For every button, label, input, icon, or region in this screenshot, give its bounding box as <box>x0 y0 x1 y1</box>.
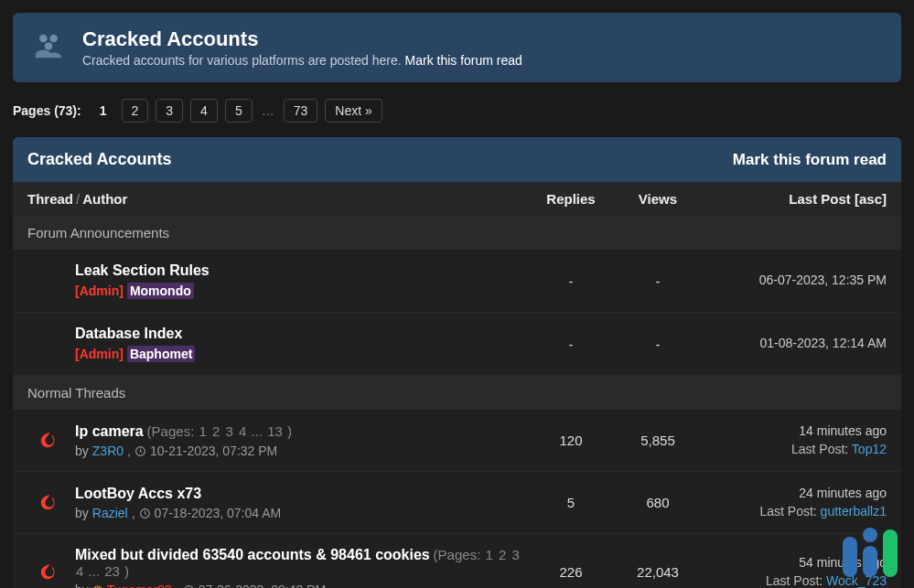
thread-page-link[interactable]: 1 <box>199 423 206 439</box>
thread-page-link[interactable]: 1 <box>485 547 492 562</box>
section-normal-threads: Normal Threads <box>13 376 901 410</box>
hot-thread-icon <box>27 493 71 513</box>
section-announcements: Forum Announcements <box>13 216 901 250</box>
clock-icon <box>183 583 195 588</box>
sort-thread[interactable]: Thread <box>27 191 73 207</box>
page-5[interactable]: 5 <box>225 99 253 123</box>
sort-views[interactable]: Views <box>639 191 677 207</box>
thread-page-link[interactable]: 3 <box>512 547 520 562</box>
col-lastpost: Last Post [asc] <box>704 191 887 207</box>
lastpost-time: 06-07-2023, 12:35 PM <box>759 273 887 287</box>
brand-bar-icon <box>863 546 877 577</box>
views-cell: - <box>612 337 704 352</box>
mark-forum-read-link[interactable]: Mark this forum read <box>405 53 522 68</box>
thread-page-link[interactable]: 13 <box>267 423 283 439</box>
brand-watermark <box>843 528 898 577</box>
page-next[interactable]: Next » <box>325 99 382 123</box>
lastpost-label: Last Post <box>759 504 812 519</box>
lastpost-user-link[interactable]: Top12 <box>852 442 887 456</box>
threads-table: Cracked Accounts Mark this forum read Th… <box>13 137 901 588</box>
thread-author-link[interactable]: Z3R0 <box>92 444 124 458</box>
mark-forum-read-button[interactable]: Mark this forum read <box>733 151 887 169</box>
by-label: by <box>75 506 89 520</box>
sort-replies[interactable]: Replies <box>546 191 595 207</box>
sort-author[interactable]: Author <box>82 191 127 207</box>
admin-user-link[interactable]: Momondo <box>127 283 194 299</box>
thread-row: Mixed but divided 63540 accounts & 98461… <box>13 534 901 588</box>
thread-date: 10-21-2023, 07:32 PM <box>150 444 277 458</box>
svg-point-2 <box>45 42 53 49</box>
announcement-row: Leak Section Rules [Admin] Momondo - - 0… <box>13 250 901 313</box>
lastpost-label: Last Post <box>766 573 819 588</box>
thread-author-link[interactable]: Tugamer89 <box>107 583 172 588</box>
brand-dot-icon <box>863 528 877 542</box>
table-header-bar: Cracked Accounts Mark this forum read <box>13 137 901 182</box>
thread-date: 07-26-2023, 08:43 PM <box>199 583 326 588</box>
svg-point-0 <box>39 34 48 42</box>
pagination: Pages (73): 1 2 3 4 5 … 73 Next » <box>13 99 901 123</box>
pages-label: Pages (73): <box>13 103 81 118</box>
table-title: Cracked Accounts <box>27 150 171 169</box>
announcement-title[interactable]: Database Index <box>75 326 182 341</box>
replies-cell: - <box>530 337 612 352</box>
page-2[interactable]: 2 <box>122 99 149 123</box>
lastpost-user-link[interactable]: gutterballz1 <box>821 504 887 519</box>
thread-page-link[interactable]: 2 <box>212 423 220 439</box>
page-3[interactable]: 3 <box>156 99 183 123</box>
thread-page-link[interactable]: 4 <box>76 563 83 579</box>
thread-page-links: (Pages: 1 2 3 4 ... 13 ) <box>147 423 292 439</box>
lastpost-time: 01-08-2023, 12:14 AM <box>759 336 887 350</box>
crown-icon: ♛ <box>92 583 103 588</box>
forum-title: Cracked Accounts <box>82 27 522 51</box>
col-thread-author: Thread/Author <box>27 191 530 207</box>
replies-cell: 120 <box>530 433 612 448</box>
hot-thread-icon <box>27 431 71 451</box>
replies-cell: - <box>530 273 612 289</box>
sort-lastpost[interactable]: Last Post <box>789 191 851 207</box>
forum-banner: Cracked Accounts Cracked accounts for va… <box>13 13 901 82</box>
thread-page-link[interactable]: 2 <box>499 547 506 562</box>
admin-tag: [Admin] <box>75 283 124 298</box>
thread-title-link[interactable]: Mixed but divided 63540 accounts & 98461… <box>75 547 430 562</box>
thread-page-link[interactable]: 4 <box>239 423 246 439</box>
admin-tag: [Admin] <box>75 347 124 361</box>
clock-icon <box>139 506 151 520</box>
lastpost-cell: 24 minutes agoLast Post: gutterballz1 <box>704 485 887 520</box>
thread-title-link[interactable]: LootBoy Accs x73 <box>75 486 201 501</box>
thread-row: LootBoy Accs x73by Raziel, 07-18-2023, 0… <box>13 472 901 534</box>
brand-bar-icon <box>843 537 857 577</box>
by-label: by <box>75 444 89 458</box>
forum-banner-text: Cracked Accounts Cracked accounts for va… <box>82 27 522 68</box>
views-cell: 22,043 <box>612 564 704 580</box>
thread-page-link[interactable]: 3 <box>226 423 233 439</box>
forum-description: Cracked accounts for various platforms a… <box>82 53 522 68</box>
announcement-title[interactable]: Leak Section Rules <box>75 262 210 278</box>
thread-page-link[interactable]: 23 <box>104 563 120 579</box>
hot-thread-icon <box>27 562 71 583</box>
views-cell: - <box>612 273 704 289</box>
sort-direction[interactable]: [asc] <box>855 191 887 207</box>
svg-point-1 <box>49 34 58 42</box>
lastpost-label: Last Post <box>791 442 844 456</box>
lastpost-cell: 01-08-2023, 12:14 AM <box>704 335 887 353</box>
replies-cell: 226 <box>530 564 612 580</box>
views-cell: 680 <box>612 495 704 510</box>
thread-row: Ip camera (Pages: 1 2 3 4 ... 13 )by Z3R… <box>13 410 901 472</box>
clock-icon <box>134 444 146 458</box>
thread-author-link[interactable]: Raziel <box>92 506 128 520</box>
announcement-row: Database Index [Admin] Baphomet - - 01-0… <box>13 313 901 376</box>
lastpost-cell: 14 minutes agoLast Post: Top12 <box>704 422 887 458</box>
lastpost-time: 14 minutes ago <box>704 422 887 441</box>
thread-date: 07-18-2023, 07:04 AM <box>155 506 282 520</box>
column-headers: Thread/Author Replies Views Last Post [a… <box>13 182 901 216</box>
page-current: 1 <box>92 100 114 122</box>
admin-user-link[interactable]: Baphomet <box>127 346 195 362</box>
page-last[interactable]: 73 <box>284 99 318 123</box>
page-4[interactable]: 4 <box>190 99 218 123</box>
group-icon <box>33 31 64 65</box>
lastpost-cell: 06-07-2023, 12:35 PM <box>704 272 887 290</box>
page-ellipsis: … <box>260 103 276 118</box>
brand-bar-icon <box>883 529 898 577</box>
thread-title-link[interactable]: Ip camera <box>75 423 144 439</box>
lastpost-time: 24 minutes ago <box>704 485 887 503</box>
